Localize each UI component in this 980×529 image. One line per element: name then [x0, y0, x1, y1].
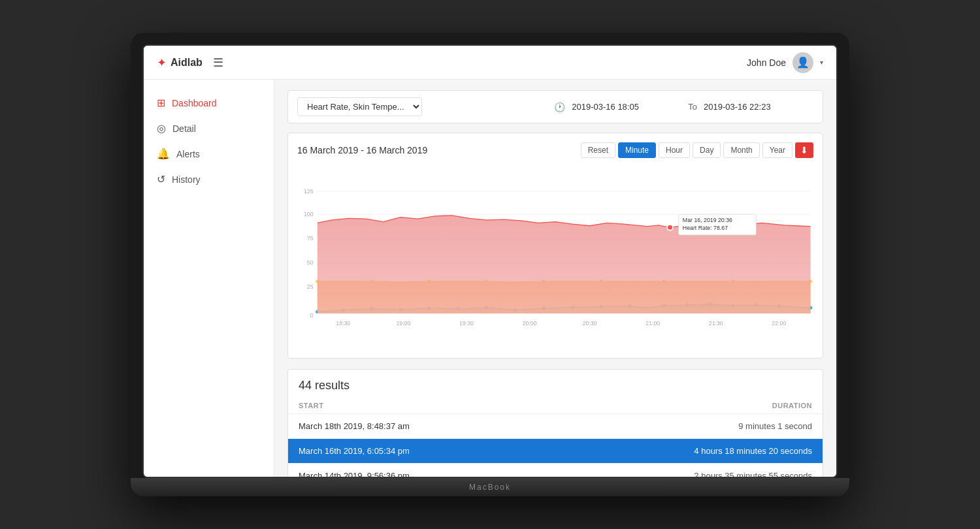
date-to-input[interactable] — [704, 102, 813, 112]
minute-button[interactable]: Minute — [618, 142, 656, 158]
alerts-icon: 🔔 — [157, 148, 170, 160]
chart-header: 16 March 2019 - 16 March 2019 Reset Minu… — [297, 142, 813, 158]
avatar: 👤 — [792, 52, 813, 73]
col-duration: DURATION — [548, 398, 823, 414]
topbar: ✦ Aidlab ☰ John Doe 👤 ▾ — [144, 46, 836, 80]
svg-text:25: 25 — [307, 283, 314, 290]
row-start: March 14th 2019, 9:56:36 pm — [288, 464, 548, 477]
svg-text:125: 125 — [304, 188, 314, 195]
logo-text: Aidlab — [171, 57, 203, 69]
chart-date-range: 16 March 2019 - 16 March 2019 — [297, 145, 427, 155]
sidebar-item-label: Alerts — [176, 149, 200, 159]
logo: ✦ Aidlab — [157, 56, 203, 70]
svg-point-43 — [667, 225, 673, 231]
chart-wrapper: 125 100 75 50 25 0 — [297, 166, 813, 349]
date-from-input[interactable] — [572, 102, 681, 112]
history-icon: ↺ — [157, 173, 165, 185]
sidebar: ⊞ Dashboard ◎ Detail 🔔 Alerts ↺ History — [144, 80, 274, 477]
results-table: START DURATION March 18th 2019, 8:48:37 … — [288, 398, 823, 477]
filter-bar: Heart Rate, Skin Tempe... 🕐 To — [287, 90, 823, 123]
chart-card: 16 March 2019 - 16 March 2019 Reset Minu… — [287, 133, 823, 359]
sidebar-item-dashboard[interactable]: ⊞ Dashboard — [144, 90, 274, 116]
reset-button[interactable]: Reset — [581, 142, 615, 158]
date-range: 🕐 To — [554, 102, 813, 112]
main-content: Heart Rate, Skin Tempe... 🕐 To 16 March … — [274, 80, 836, 477]
svg-text:19:30: 19:30 — [459, 320, 474, 327]
user-dropdown-caret[interactable]: ▾ — [820, 59, 823, 66]
svg-text:22:00: 22:00 — [772, 320, 786, 327]
row-duration: 4 hours 18 minutes 20 seconds — [548, 439, 823, 464]
svg-text:50: 50 — [307, 259, 314, 266]
sidebar-item-label: Detail — [172, 123, 196, 134]
row-duration: 9 minutes 1 second — [548, 414, 823, 439]
sidebar-item-alerts[interactable]: 🔔 Alerts — [144, 141, 274, 167]
svg-text:20:00: 20:00 — [523, 320, 537, 327]
detail-icon: ◎ — [157, 122, 166, 135]
row-duration: 2 hours 35 minutes 55 seconds — [548, 464, 823, 477]
download-button[interactable]: ⬇ — [795, 142, 813, 158]
sidebar-item-label: History — [172, 174, 201, 185]
logo-icon: ✦ — [157, 56, 167, 70]
table-row[interactable]: March 16th 2019, 6:05:34 pm 4 hours 18 m… — [288, 439, 823, 464]
svg-text:18:30: 18:30 — [336, 320, 350, 327]
sensor-select[interactable]: Heart Rate, Skin Tempe... — [297, 97, 422, 116]
row-start: March 16th 2019, 6:05:34 pm — [288, 439, 548, 464]
user-name: John Doe — [747, 57, 786, 68]
svg-text:100: 100 — [304, 211, 314, 217]
year-button[interactable]: Year — [762, 142, 792, 158]
clock-icon: 🕐 — [554, 102, 565, 112]
table-row[interactable]: March 14th 2019, 9:56:36 pm 2 hours 35 m… — [288, 464, 823, 477]
row-start: March 18th 2019, 8:48:37 am — [288, 414, 548, 439]
svg-text:19:00: 19:00 — [396, 320, 410, 327]
svg-text:75: 75 — [307, 235, 314, 242]
col-start: START — [288, 398, 548, 414]
sidebar-item-label: Dashboard — [172, 98, 217, 108]
menu-toggle[interactable]: ☰ — [213, 56, 223, 70]
table-row[interactable]: March 18th 2019, 8:48:37 am 9 minutes 1 … — [288, 414, 823, 439]
month-button[interactable]: Month — [723, 142, 759, 158]
chart-controls: Reset Minute Hour Day Month Year ⬇ — [581, 142, 813, 158]
results-count: 44 results — [288, 370, 823, 398]
svg-text:Heart Rate: 78.67: Heart Rate: 78.67 — [683, 225, 728, 231]
sidebar-item-history[interactable]: ↺ History — [144, 167, 274, 192]
results-section: 44 results START DURATION March 18th — [287, 369, 823, 477]
sidebar-item-detail[interactable]: ◎ Detail — [144, 116, 274, 141]
chart-svg: 125 100 75 50 25 0 — [297, 166, 813, 349]
svg-text:20:30: 20:30 — [583, 320, 597, 327]
svg-text:0: 0 — [310, 312, 314, 319]
svg-text:21:30: 21:30 — [709, 320, 723, 327]
day-button[interactable]: Day — [693, 142, 721, 158]
svg-text:21:00: 21:00 — [645, 320, 660, 327]
svg-text:Mar 16, 2019 20:36: Mar 16, 2019 20:36 — [683, 217, 732, 223]
to-label: To — [688, 102, 697, 112]
hour-button[interactable]: Hour — [659, 142, 690, 158]
dashboard-icon: ⊞ — [157, 97, 165, 109]
